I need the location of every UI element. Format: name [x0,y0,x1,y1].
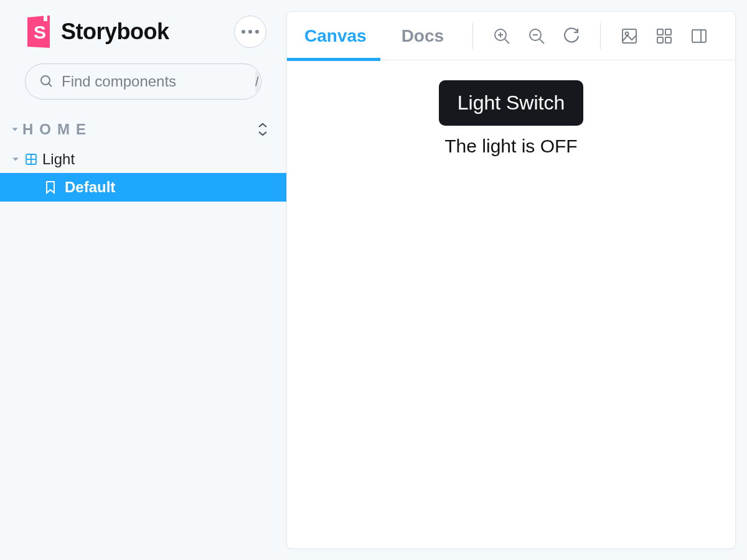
collapse-all-icon[interactable] [256,123,269,136]
storybook-logo-icon: S [25,15,52,49]
search-input[interactable] [62,73,248,90]
svg-rect-20 [692,30,706,42]
svg-point-15 [626,32,629,35]
section-header-home[interactable]: HOME [0,107,286,146]
tree-story-default[interactable]: Default [0,173,286,202]
component-icon [25,153,37,166]
svg-line-3 [49,83,52,86]
section-title: HOME [22,121,256,138]
light-switch-button[interactable]: Light Switch [439,80,584,126]
reset-zoom-icon[interactable] [563,27,580,45]
grid-icon[interactable] [655,27,673,45]
search-input-wrapper[interactable]: / [25,63,261,100]
more-menu-button[interactable] [234,16,266,48]
svg-text:S: S [34,22,46,42]
search-shortcut-hint: / [255,71,259,92]
light-status-text: The light is OFF [444,136,577,157]
svg-rect-0 [44,15,47,21]
tree-story-label: Default [65,179,115,196]
tab-canvas[interactable]: Canvas [287,12,384,60]
image-icon[interactable] [621,27,638,45]
tree-component-label: Light [42,151,75,168]
tab-docs[interactable]: Docs [384,12,461,60]
zoom-in-icon[interactable] [493,27,510,45]
toolbar-divider [472,23,473,49]
app-name: Storybook [61,19,169,45]
svg-point-2 [41,76,50,85]
sidebar-right-icon[interactable] [690,27,708,45]
sidebar-header: S Storybook [0,15,286,49]
canvas-area: Light Switch The light is OFF [287,60,735,548]
svg-rect-17 [665,29,671,35]
toolbar-divider [600,23,601,49]
tree-component-light[interactable]: Light [0,146,286,173]
zoom-out-icon[interactable] [528,27,545,45]
preview-panel: Canvas Docs [286,0,747,560]
svg-rect-14 [622,29,636,43]
svg-line-13 [540,39,544,44]
caret-down-icon [11,126,19,133]
svg-rect-19 [665,37,671,43]
bookmark-icon [45,180,56,194]
ellipsis-icon [242,30,259,34]
search-icon [39,74,54,89]
storybook-logo[interactable]: S Storybook [25,15,223,49]
svg-line-10 [505,39,509,44]
sidebar: S Storybook / HOME [0,0,286,560]
svg-rect-18 [657,37,663,43]
preview-toolbar: Canvas Docs [287,12,735,60]
caret-down-icon [11,156,20,163]
svg-rect-16 [657,29,663,35]
